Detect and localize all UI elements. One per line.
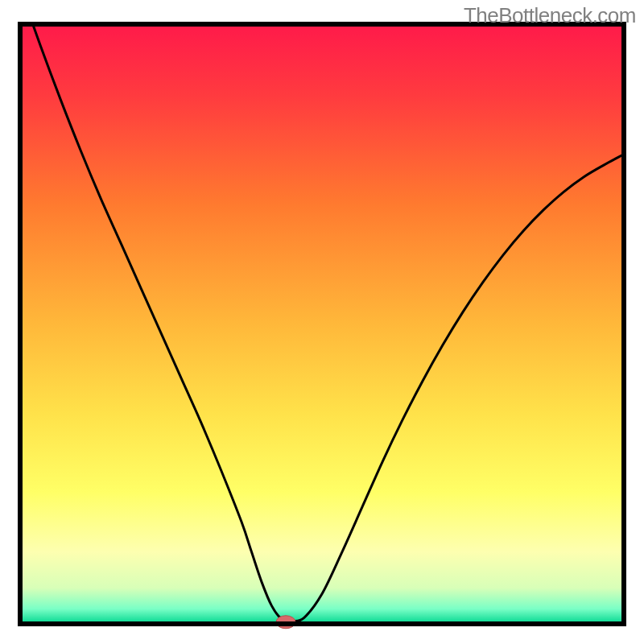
watermark-text: TheBottleneck.com: [464, 3, 636, 28]
plot-background: [20, 24, 624, 624]
chart-container: TheBottleneck.com: [0, 0, 644, 644]
bottleneck-chart: [0, 0, 644, 644]
